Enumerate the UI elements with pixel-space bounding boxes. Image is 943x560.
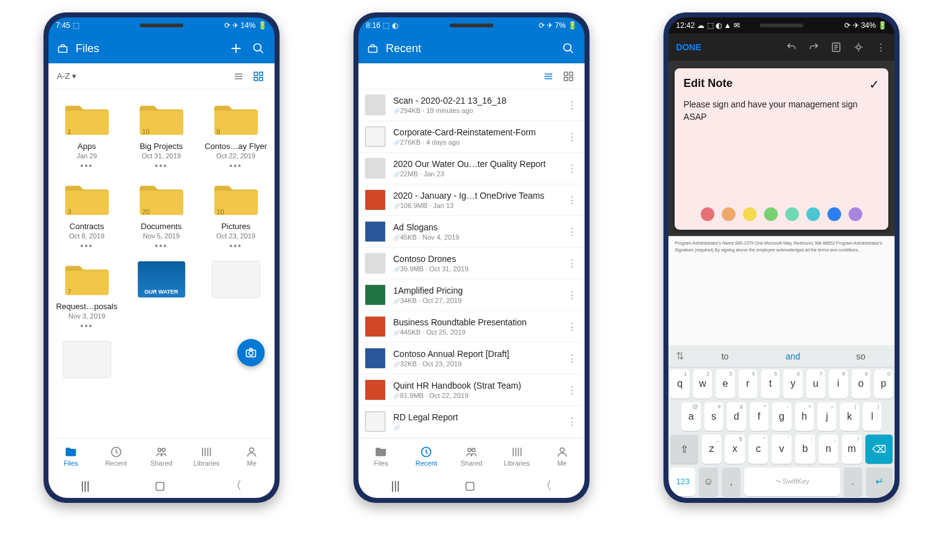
folder-item[interactable]: 10 Big Projects Oct 31, 2019 ••• xyxy=(124,96,199,176)
folder-item[interactable]: 3 Contracts Oct 8, 2019 ••• xyxy=(50,176,124,256)
file-more-button[interactable]: ⋮ xyxy=(565,258,580,269)
key-enter[interactable]: ↵ xyxy=(866,467,893,497)
home-softkey[interactable]: ▢ xyxy=(155,479,165,492)
color-swatch[interactable] xyxy=(849,207,862,221)
file-item[interactable] xyxy=(50,336,124,383)
nav-libraries[interactable]: Libraries xyxy=(494,439,539,473)
suggestion[interactable]: and xyxy=(759,351,827,361)
folder-more[interactable]: ••• xyxy=(80,321,93,331)
file-row[interactable]: Ad Slogans 45KB · Nov 4, 2019 ⋮ xyxy=(358,216,585,248)
file-more-button[interactable]: ⋮ xyxy=(565,353,580,364)
folder-more[interactable]: ••• xyxy=(80,241,93,251)
nav-files[interactable]: Files xyxy=(48,439,94,473)
key-j[interactable]: =j xyxy=(818,402,836,431)
home-softkey[interactable]: ▢ xyxy=(465,479,475,492)
folder-item[interactable]: 1 Apps Jan 29 ••• xyxy=(50,96,124,176)
redo-button[interactable] xyxy=(804,37,824,57)
key-comma[interactable]: , xyxy=(722,467,741,497)
file-more-button[interactable]: ⋮ xyxy=(565,289,580,301)
key-d[interactable]: &d xyxy=(727,402,745,431)
folder-more[interactable]: ••• xyxy=(229,161,242,171)
key-s[interactable]: #s xyxy=(704,402,723,431)
folder-item[interactable]: 8 Contos…ay Flyer Oct 22, 2019 ••• xyxy=(199,96,273,176)
back-softkey[interactable]: 〈 xyxy=(230,478,242,493)
nav-me[interactable]: Me xyxy=(539,439,585,473)
key-b[interactable]: :b xyxy=(795,435,815,464)
file-row[interactable]: Business Roundtable Presentation 445KB ·… xyxy=(358,311,585,343)
folder-item[interactable]: 7 Request…posals Nov 3, 2019 ••• xyxy=(50,256,124,336)
key-r[interactable]: 4r xyxy=(739,369,757,399)
content-area[interactable]: 1 Apps Jan 29 ••• 10 Big Projects Oct 31… xyxy=(48,89,275,438)
scan-button[interactable] xyxy=(849,37,868,57)
add-button[interactable] xyxy=(225,37,247,60)
key-f[interactable]: *f xyxy=(750,402,768,431)
color-swatch[interactable] xyxy=(806,207,820,221)
file-more-button[interactable]: ⋮ xyxy=(565,321,580,333)
nav-files[interactable]: Files xyxy=(358,439,404,473)
file-more-button[interactable]: ⋮ xyxy=(565,226,580,238)
file-more-button[interactable]: ⋮ xyxy=(565,163,580,174)
file-row[interactable]: Corporate-Card-Reinstatement-Form 276KB … xyxy=(358,121,585,153)
file-row[interactable]: 1Amplified Pricing 34KB · Oct 27, 2019 ⋮ xyxy=(358,279,585,311)
file-row[interactable]: 2020 Our Water Ou…ter Quality Report 22M… xyxy=(358,153,585,184)
color-swatch[interactable] xyxy=(827,207,841,221)
color-swatch[interactable] xyxy=(743,207,757,221)
key-q[interactable]: 1q xyxy=(670,369,689,399)
file-more-button[interactable]: ⋮ xyxy=(565,131,580,143)
key-shift[interactable]: ⇧ xyxy=(670,435,698,464)
file-more-button[interactable]: ⋮ xyxy=(565,384,580,396)
color-swatch[interactable] xyxy=(722,207,736,221)
key-l[interactable]: )l xyxy=(863,402,882,431)
undo-button[interactable] xyxy=(781,37,801,57)
key-a[interactable]: @a xyxy=(681,402,700,431)
key-h[interactable]: +h xyxy=(795,402,814,431)
file-row[interactable]: RD Legal Report ⋮ xyxy=(358,406,585,438)
file-row[interactable]: Quint HR Handbook (Strat Team) 81.9MB · … xyxy=(358,374,585,406)
key-symbols[interactable]: 123 xyxy=(670,467,695,497)
file-row[interactable]: Contoso Drones 39.9MB · Oct 31, 2019 ⋮ xyxy=(358,248,585,279)
key-k[interactable]: (k xyxy=(840,402,859,431)
key-emoji[interactable]: ☺ xyxy=(699,467,718,497)
search-button[interactable] xyxy=(557,37,580,60)
nav-recent[interactable]: Recent xyxy=(93,439,139,473)
folder-more[interactable]: ••• xyxy=(155,161,168,171)
key-u[interactable]: 7u xyxy=(806,369,825,399)
key-z[interactable]: _z xyxy=(702,435,722,464)
key-e[interactable]: 3e xyxy=(716,369,734,399)
list-view-button[interactable] xyxy=(229,66,248,86)
back-softkey[interactable]: 〈 xyxy=(540,478,552,493)
file-row[interactable]: 2020 - January - Ig…t OneDrive Teams 106… xyxy=(358,184,585,216)
color-swatch[interactable] xyxy=(785,207,799,221)
key-backspace[interactable]: ⌫ xyxy=(865,435,893,464)
key-t[interactable]: 5t xyxy=(761,369,780,399)
key-v[interactable]: 'v xyxy=(772,435,791,464)
folder-more[interactable]: ••• xyxy=(229,241,242,251)
suggestion[interactable]: to xyxy=(691,351,758,361)
key-x[interactable]: $x xyxy=(725,435,745,464)
key-i[interactable]: 8i xyxy=(829,369,847,399)
file-more-button[interactable]: ⋮ xyxy=(565,416,580,428)
suggestion-cycle[interactable]: ⇅ xyxy=(668,350,691,362)
key-c[interactable]: "c xyxy=(749,435,768,464)
file-item[interactable] xyxy=(199,256,273,336)
color-swatch[interactable] xyxy=(701,207,714,221)
file-more-button[interactable]: ⋮ xyxy=(565,194,580,206)
confirm-button[interactable]: ✓ xyxy=(869,77,880,92)
folder-item[interactable]: 20 Documents Nov 5, 2019 ••• xyxy=(124,176,199,256)
done-button[interactable]: DONE xyxy=(672,42,704,52)
note-body[interactable]: Please sign and have your management sig… xyxy=(683,99,880,123)
key-m[interactable]: /m xyxy=(842,435,862,464)
grid-view-button[interactable] xyxy=(558,66,578,86)
account-icon[interactable] xyxy=(367,43,378,53)
key-o[interactable]: 9o xyxy=(852,369,870,399)
nav-me[interactable]: Me xyxy=(229,439,275,473)
file-more-button[interactable]: ⋮ xyxy=(565,99,580,111)
sort-dropdown[interactable]: A-Z xyxy=(55,71,229,81)
key-y[interactable]: 6y xyxy=(783,369,802,399)
recents-softkey[interactable]: ||| xyxy=(81,479,89,492)
search-button[interactable] xyxy=(247,37,270,60)
key-n[interactable]: ;n xyxy=(819,435,839,464)
camera-fab[interactable] xyxy=(237,339,265,366)
key-space[interactable]: ⤳ SwiftKey xyxy=(744,467,839,497)
overflow-button[interactable]: ⋮ xyxy=(871,37,891,57)
